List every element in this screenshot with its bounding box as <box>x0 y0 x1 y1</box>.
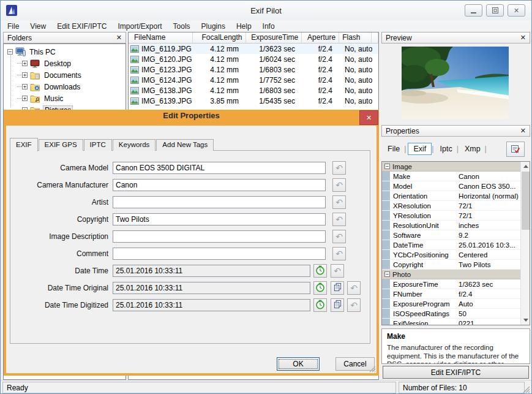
undo-button[interactable]: ↶ <box>332 247 346 260</box>
property-row-make[interactable]: MakeCanon <box>382 172 520 181</box>
undo-button[interactable]: ↶ <box>347 298 361 312</box>
column-header-exposuretime[interactable]: ExposureTime <box>246 32 302 44</box>
dialog-tab-exif[interactable]: EXIF <box>10 138 38 151</box>
field-date-time-digitized-input[interactable] <box>113 299 310 311</box>
property-row-orientation[interactable]: OrientationHorizontal (normal) <box>382 191 520 201</box>
scrollbar-thumb[interactable] <box>522 172 530 230</box>
property-row-model[interactable]: ModelCanon EOS 350... <box>382 181 520 191</box>
tree-item-this-pc[interactable]: −This PC <box>4 46 126 58</box>
folders-close-icon[interactable]: ✕ <box>116 34 122 41</box>
tree-item-documents[interactable]: +Documents <box>4 69 126 81</box>
menu-item-tools[interactable]: Tools <box>168 21 196 31</box>
property-row-fnumber[interactable]: FNumberf/2.4 <box>382 289 520 299</box>
menu-item-import-export[interactable]: Import/Export <box>113 21 168 31</box>
property-row-exposureprogram[interactable]: ExposureProgramAuto <box>382 299 520 309</box>
maximize-button[interactable] <box>486 4 504 17</box>
tree-expander-expand-icon[interactable]: + <box>22 61 28 66</box>
scroll-down-icon[interactable] <box>521 316 530 325</box>
tree-item-music[interactable]: +Music <box>4 93 126 104</box>
scroll-up-icon[interactable] <box>521 162 530 171</box>
tree-expander-collapse-icon[interactable]: − <box>7 49 13 55</box>
property-row-copyright[interactable]: CopyrightTwo Pilots <box>382 260 520 270</box>
property-row-software[interactable]: Software9.2 <box>382 230 520 240</box>
dialog-tab-keywords[interactable]: Keywords <box>113 139 156 151</box>
column-header-flash[interactable]: Flash <box>339 32 372 44</box>
menu-item-edit-exif-iptc[interactable]: Edit EXIF/IPTC <box>51 21 112 31</box>
properties-tab-iptc[interactable]: Iptc <box>436 143 457 154</box>
column-header-aperture[interactable]: Aperture <box>302 32 339 44</box>
column-header-filename[interactable]: FileName <box>129 32 193 44</box>
clock-button[interactable] <box>313 298 327 312</box>
copy-button[interactable] <box>331 281 344 295</box>
field-row-image-description: Image Description↶ <box>10 230 370 243</box>
undo-button[interactable]: ↶ <box>331 264 344 278</box>
file-row-img-6138-jpg[interactable]: IMG_6138.JPG4.12 mm1/6803 secf/2.4No, au… <box>129 85 378 96</box>
clock-button[interactable] <box>313 264 327 278</box>
file-row-img-6139-jpg[interactable]: IMG_6139.JPG3.85 mm1/5435 secf/2.4No, au… <box>129 96 378 106</box>
tree-expander-expand-icon[interactable]: + <box>22 84 28 89</box>
undo-button[interactable]: ↶ <box>332 178 346 192</box>
undo-button[interactable]: ↶ <box>347 281 361 295</box>
field-date-time-input[interactable] <box>113 265 310 277</box>
file-row-img-6119-jpg[interactable]: IMG_6119.JPG4.12 mm1/3623 secf/2.4No, au… <box>129 44 378 54</box>
properties-close-icon[interactable]: ✕ <box>520 127 526 134</box>
properties-tab-exif[interactable]: Exif <box>408 143 432 155</box>
group-collapse-icon[interactable]: − <box>384 164 390 169</box>
tree-item-downloads[interactable]: +Downloads <box>4 81 126 93</box>
clock-button[interactable] <box>313 281 327 295</box>
file-row-img-6124-jpg[interactable]: IMG_6124.JPG4.12 mm1/7752 secf/2.4No, au… <box>129 75 378 85</box>
dialog-tab-iptc[interactable]: IPTC <box>84 139 112 151</box>
properties-scrollbar[interactable] <box>520 162 530 325</box>
row-gutter <box>382 172 390 181</box>
preview-close-icon[interactable]: ✕ <box>520 34 526 41</box>
menu-item-file[interactable]: File <box>2 21 24 31</box>
edit-properties-button[interactable] <box>506 142 525 157</box>
field-date-time-original-input[interactable] <box>113 282 310 294</box>
field-camera-manufacturer-input[interactable] <box>113 179 326 191</box>
property-row-exifversion[interactable]: ExifVersion0221 <box>382 319 520 325</box>
undo-button[interactable]: ↶ <box>332 230 346 243</box>
dialog-tab-exif-gps[interactable]: EXIF GPS <box>39 139 83 151</box>
property-row-yresolution[interactable]: YResolution72/1 <box>382 211 520 221</box>
copy-button[interactable] <box>331 298 344 312</box>
property-description-title: Make <box>387 332 525 341</box>
undo-button[interactable]: ↶ <box>332 161 346 175</box>
edit-exif-iptc-button[interactable]: Edit EXIF/IPTC <box>383 366 529 379</box>
menu-item-view[interactable]: View <box>24 21 51 31</box>
properties-tab-xmp[interactable]: Xmp <box>460 143 485 154</box>
dialog-tab-add-new-tags[interactable]: Add New Tags <box>156 139 214 151</box>
ok-button[interactable]: OK <box>277 357 320 371</box>
field-comment-input[interactable] <box>113 248 326 260</box>
property-group-photo[interactable]: −Photo <box>382 270 520 279</box>
field-camera-model-input[interactable] <box>113 162 326 174</box>
tree-item-desktop[interactable]: +Desktop <box>4 58 126 69</box>
file-row-img-6123-jpg[interactable]: IMG_6123.JPG4.12 mm1/6803 secf/2.4No, au… <box>129 64 378 75</box>
field-copyright-input[interactable] <box>113 213 326 225</box>
undo-button[interactable]: ↶ <box>332 213 346 226</box>
minimize-button[interactable] <box>465 4 482 17</box>
field-image-description-input[interactable] <box>113 230 326 243</box>
group-collapse-icon[interactable]: − <box>384 271 390 277</box>
close-button[interactable]: ✕ <box>508 4 525 17</box>
property-row-ycbcrpositioning[interactable]: YCbCrPositioningCentered <box>382 250 520 260</box>
column-header-focallength[interactable]: FocalLength <box>193 32 246 44</box>
property-row-isospeedratings[interactable]: ISOSpeedRatings50 <box>382 309 520 319</box>
property-row-resolutionunit[interactable]: ResolutionUnitinches <box>382 221 520 230</box>
menu-item-info[interactable]: Info <box>257 21 280 31</box>
file-row-img-6120-jpg[interactable]: IMG_6120.JPG4.12 mm1/6024 secf/2.4No, au… <box>129 54 378 64</box>
property-row-datetime[interactable]: DateTime25.01.2016 10:3... <box>382 240 520 250</box>
property-row-xresolution[interactable]: XResolution72/1 <box>382 201 520 211</box>
tree-expander-expand-icon[interactable]: + <box>22 72 28 78</box>
property-group-image[interactable]: −Image <box>382 162 520 172</box>
field-artist-input[interactable] <box>113 196 326 208</box>
property-row-exposuretime[interactable]: ExposureTime1/3623 sec <box>382 279 520 289</box>
window-resize-grip[interactable] <box>522 385 530 393</box>
menu-item-help[interactable]: Help <box>231 21 257 31</box>
dialog-resize-grip[interactable] <box>369 365 376 373</box>
undo-button[interactable]: ↶ <box>332 195 346 209</box>
properties-tab-file[interactable]: File <box>383 143 404 154</box>
tree-expander-expand-icon[interactable]: + <box>22 96 28 101</box>
menu-item-plugins[interactable]: Plugins <box>196 21 231 31</box>
dialog-close-button[interactable]: ✕ <box>359 110 378 125</box>
undo-icon: ↶ <box>334 267 341 275</box>
